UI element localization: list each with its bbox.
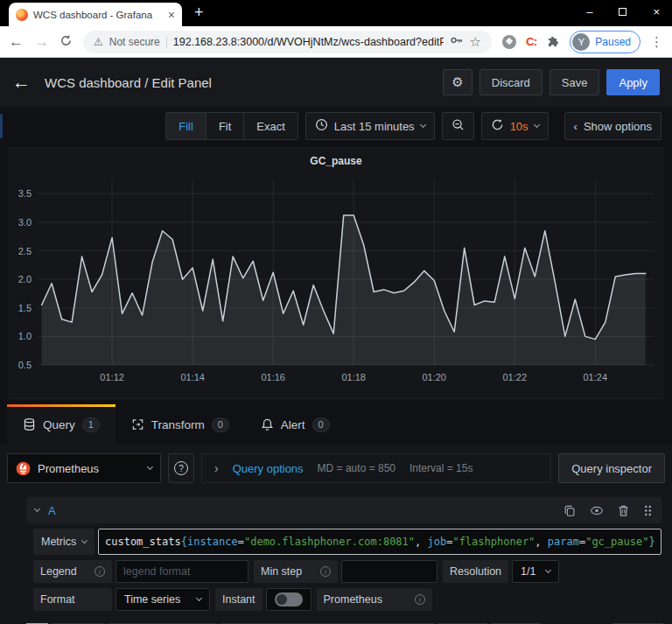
reload-icon[interactable] bbox=[60, 34, 73, 50]
instant-toggle[interactable] bbox=[266, 588, 312, 611]
info-icon[interactable]: i bbox=[94, 566, 105, 577]
resolution-select[interactable]: 1/1 bbox=[512, 560, 559, 583]
colorzilla-extension-icon[interactable]: C: bbox=[526, 35, 536, 48]
page-title: WCS dashboard / Edit Panel bbox=[45, 75, 429, 90]
chevron-down-icon bbox=[420, 122, 426, 128]
browser-tab[interactable]: WCS dashboard - Grafana × bbox=[9, 3, 182, 26]
shield-extension-icon[interactable] bbox=[502, 35, 516, 49]
tab-alert[interactable]: Alert 0 bbox=[245, 404, 346, 445]
svg-text:1.0: 1.0 bbox=[18, 331, 32, 341]
delete-query-trash-icon[interactable] bbox=[618, 504, 629, 517]
tab-transform[interactable]: Transform 0 bbox=[116, 404, 245, 445]
format-select[interactable]: Time series bbox=[116, 588, 210, 611]
svg-text:2.0: 2.0 bbox=[18, 274, 32, 284]
refresh-icon bbox=[491, 118, 504, 134]
resolution-field-label: Resolution bbox=[443, 560, 508, 583]
panel-settings-button[interactable]: ⚙ bbox=[443, 69, 472, 95]
legend-field-label: Legend i bbox=[33, 560, 112, 583]
back-to-dashboard-icon[interactable]: ← bbox=[12, 72, 31, 93]
time-range-picker[interactable]: Last 15 minutes bbox=[305, 112, 435, 140]
not-secure-warning-icon: ⚠ bbox=[94, 36, 103, 48]
zoom-out-button[interactable] bbox=[442, 112, 474, 140]
fill-option[interactable]: Fill bbox=[166, 113, 206, 139]
info-icon[interactable]: i bbox=[320, 566, 331, 577]
gear-icon: ⚙ bbox=[452, 74, 463, 90]
show-options-label: Show options bbox=[584, 120, 652, 133]
query-inspector-button[interactable]: Query inspector bbox=[558, 453, 665, 483]
tab-transform-label: Transform bbox=[151, 418, 205, 431]
collapse-chevron-icon[interactable] bbox=[34, 506, 40, 512]
header-actions: ⚙ Discard Save Apply bbox=[443, 69, 660, 95]
tab-close-icon[interactable]: × bbox=[168, 9, 175, 21]
drag-handle-icon[interactable] bbox=[643, 504, 653, 517]
question-icon: ? bbox=[174, 461, 188, 475]
query-options-bar[interactable]: › Query options MD = auto = 850 Interval… bbox=[201, 453, 551, 483]
show-options-button[interactable]: ‹ Show options bbox=[564, 112, 662, 140]
fit-option[interactable]: Fit bbox=[206, 113, 244, 139]
metrics-dropdown-button[interactable]: Metrics bbox=[33, 529, 94, 555]
prometheus-icon bbox=[16, 461, 31, 476]
panel-toolbar: Fill Fit Exact Last 15 minutes 10s ‹ Sho… bbox=[0, 107, 672, 145]
format-row: Format Time series Instant Prometheus i bbox=[33, 588, 662, 611]
datasource-help-button[interactable]: ? bbox=[168, 453, 194, 483]
window-controls: – × bbox=[586, 6, 660, 18]
instant-label-text: Instant bbox=[222, 593, 256, 606]
editor-tab-bar: Query 1 Transform 0 Alert 0 bbox=[0, 404, 672, 445]
info-icon[interactable]: i bbox=[415, 594, 425, 605]
legend-format-input[interactable] bbox=[116, 560, 248, 583]
back-icon[interactable]: ← bbox=[9, 34, 24, 49]
svg-text:01:18: 01:18 bbox=[341, 372, 366, 382]
svg-text:3.0: 3.0 bbox=[18, 217, 32, 228]
address-bar[interactable]: ⚠ Not secure 192.168.23.8:3000/d/WVOHjNt… bbox=[83, 31, 492, 53]
svg-text:01:22: 01:22 bbox=[502, 372, 527, 382]
bookmark-star-icon[interactable]: ☆ bbox=[470, 34, 481, 50]
minimize-button[interactable]: – bbox=[586, 6, 592, 18]
instant-field-label: Instant bbox=[215, 588, 262, 611]
min-step-input[interactable] bbox=[341, 560, 438, 583]
tab-query[interactable]: Query 1 bbox=[7, 404, 116, 445]
transform-icon bbox=[131, 417, 144, 431]
browser-profile-button[interactable]: Y Paused bbox=[570, 31, 640, 53]
browser-menu-icon[interactable]: ⋮ bbox=[650, 34, 663, 50]
forward-icon[interactable]: → bbox=[34, 34, 49, 49]
apply-button[interactable]: Apply bbox=[606, 69, 660, 95]
svg-text:01:24: 01:24 bbox=[584, 372, 608, 382]
chart-panel[interactable]: GC_pause 0.51.01.52.02.53.03.501:1201:14… bbox=[9, 147, 663, 399]
chart-plot-area[interactable]: 0.51.01.52.02.53.03.501:1201:1401:1601:1… bbox=[10, 171, 662, 398]
query-options-label[interactable]: Query options bbox=[233, 462, 304, 475]
not-secure-label[interactable]: Not secure bbox=[109, 36, 160, 48]
discard-button[interactable]: Discard bbox=[480, 69, 542, 95]
max-datapoints-text: MD = auto = 850 bbox=[318, 462, 396, 474]
maximize-button[interactable] bbox=[619, 8, 626, 16]
query-card: A Metrics custom_stats{instance="demo.fl… bbox=[26, 497, 662, 611]
exact-option[interactable]: Exact bbox=[244, 113, 298, 139]
resolution-value: 1/1 bbox=[521, 565, 536, 578]
datasource-picker[interactable]: Prometheus bbox=[7, 453, 161, 483]
chevron-right-icon: › bbox=[214, 461, 219, 475]
metrics-row: Metrics custom_stats{instance="demo.flas… bbox=[33, 529, 662, 555]
datasource-row: Prometheus ? › Query options MD = auto =… bbox=[7, 453, 665, 483]
chevron-down-icon bbox=[81, 537, 88, 543]
extensions-puzzle-icon[interactable] bbox=[546, 33, 560, 51]
query-card-actions bbox=[564, 504, 653, 517]
toggle-knob bbox=[276, 594, 287, 605]
close-button[interactable]: × bbox=[653, 6, 660, 18]
profile-status-label: Paused bbox=[595, 36, 631, 48]
url-text[interactable]: 192.168.23.8:3000/d/WVOHjNtMz/wcs-dashbo… bbox=[173, 36, 444, 48]
min-step-label-text: Min step bbox=[261, 565, 302, 578]
svg-text:01:14: 01:14 bbox=[180, 372, 205, 382]
refresh-interval-label: 10s bbox=[510, 120, 528, 133]
format-label-text: Format bbox=[40, 593, 75, 606]
disable-query-eye-icon[interactable] bbox=[590, 504, 604, 517]
query-card-header[interactable]: A bbox=[26, 497, 662, 523]
duplicate-query-icon[interactable] bbox=[564, 504, 576, 517]
save-button[interactable]: Save bbox=[550, 69, 600, 95]
clock-icon bbox=[315, 118, 328, 134]
refresh-picker[interactable]: 10s bbox=[481, 112, 549, 140]
promql-query-input[interactable]: custom_stats{instance="demo.flashphoner.… bbox=[98, 529, 662, 555]
edge-decoration bbox=[0, 114, 3, 138]
zoom-out-icon bbox=[452, 118, 465, 134]
new-tab-button[interactable]: + bbox=[194, 4, 204, 22]
database-icon bbox=[23, 417, 36, 431]
password-key-icon[interactable] bbox=[450, 33, 464, 51]
